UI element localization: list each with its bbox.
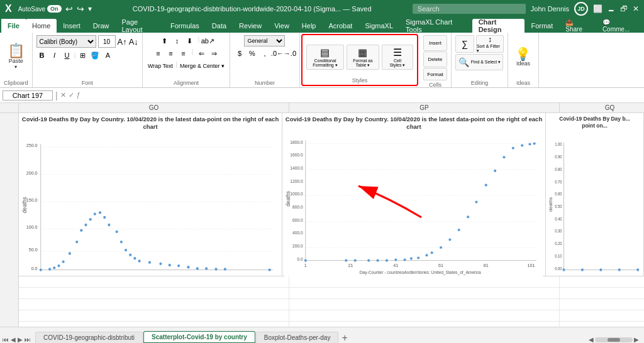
tab-page-layout[interactable]: Page Layout — [115, 19, 164, 33]
empty-cell-4-go[interactable] — [19, 310, 289, 321]
empty-cell-2-gp[interactable] — [289, 288, 560, 298]
left-align-button[interactable]: ≡ — [152, 48, 164, 59]
tab-chart-design[interactable]: Chart Design — [472, 19, 525, 33]
minimize-icon[interactable]: 🗕 — [608, 4, 615, 13]
empty-cell-3-gp[interactable] — [289, 299, 560, 310]
sheet-tab-boxplot[interactable]: Boxplot-Deaths-per-day — [256, 332, 339, 343]
chart-partial[interactable]: Covid-19 Deaths By Day b...point on... 1… — [546, 113, 644, 276]
top-align-button[interactable]: ⬆ — [158, 35, 170, 46]
font-size-input[interactable] — [98, 35, 116, 48]
tab-format[interactable]: Format — [525, 19, 559, 33]
cell-reference-input[interactable] — [3, 90, 53, 101]
empty-row-4[interactable] — [19, 310, 644, 322]
tab-help[interactable]: Help — [296, 19, 323, 33]
horizontal-scrollbar[interactable]: ◀ ▶ — [589, 336, 639, 343]
ideas-button[interactable]: 💡 Ideas — [512, 46, 535, 68]
formula-insert-icon[interactable]: ƒ — [77, 91, 80, 99]
empty-row-5[interactable] — [19, 322, 644, 327]
middle-align-button[interactable]: ↕ — [171, 35, 182, 46]
percent-button[interactable]: % — [247, 48, 258, 59]
sheet-tab-covid19[interactable]: COVID-19-geographic-disbtributi — [35, 332, 143, 343]
undo-icon[interactable]: ↩ — [65, 4, 73, 14]
center-align-button[interactable]: ≡ — [165, 48, 176, 59]
conditional-formatting-button[interactable]: ▤ Conditional Formatting ▾ — [306, 45, 344, 70]
empty-row-3[interactable] — [19, 299, 644, 310]
italic-button[interactable]: I — [49, 50, 60, 61]
format-table-button[interactable]: ▦ Format as Table ▾ — [347, 45, 379, 70]
chart-china[interactable]: Covid-19 Deaths By Day by Country. 10/04… — [19, 113, 282, 276]
tab-home[interactable]: Home — [26, 19, 57, 33]
insert-button[interactable]: Insert — [423, 35, 447, 51]
paste-dropdown-icon[interactable]: ▾ — [14, 64, 17, 70]
decrease-decimal-button[interactable]: .0← — [272, 48, 283, 59]
first-sheet-icon[interactable]: ⏮ — [3, 336, 9, 343]
tab-view[interactable]: View — [268, 19, 296, 33]
indent-decrease-button[interactable]: ⇐ — [196, 48, 207, 59]
tab-sigmaxl-chart-tools[interactable]: SigmaXL Chart Tools — [399, 19, 472, 33]
tab-data[interactable]: Data — [206, 19, 233, 33]
font-name-select[interactable]: Calibri (Body) — [36, 35, 96, 48]
tab-sigmaxl[interactable]: SigmaXL — [358, 19, 399, 33]
format-button[interactable]: Format — [423, 68, 447, 80]
search-input[interactable] — [413, 4, 526, 14]
formula-input[interactable] — [83, 92, 641, 99]
empty-row-1[interactable] — [19, 276, 644, 288]
currency-button[interactable]: $ — [234, 48, 245, 59]
ribbon-toggle-icon[interactable]: ⬜ — [593, 4, 602, 13]
bottom-align-button[interactable]: ⬇ — [184, 35, 195, 46]
formula-cancel-icon[interactable]: ✕ — [60, 91, 66, 99]
autosave-state[interactable]: On — [47, 5, 62, 13]
cell-styles-button[interactable]: ☰ Cell Styles ▾ — [382, 45, 413, 70]
increase-decimal-button[interactable]: →.0 — [284, 48, 296, 59]
sum-button[interactable]: ∑ — [455, 35, 474, 53]
empty-cell-2-gq[interactable] — [560, 288, 644, 298]
increase-font-icon[interactable]: A↑ — [118, 37, 127, 46]
fill-color-button[interactable]: 🪣 — [89, 50, 101, 61]
sheet-tab-scatterplot[interactable]: Scatterplot-Covid-19 by country — [143, 331, 255, 343]
font-color-button[interactable]: A — [102, 50, 113, 61]
tab-review[interactable]: Review — [233, 19, 268, 33]
empty-cell-3-gq[interactable] — [560, 299, 644, 310]
empty-cell-5-gp[interactable] — [289, 322, 560, 327]
decrease-font-icon[interactable]: A↓ — [129, 37, 138, 46]
tab-draw[interactable]: Draw — [87, 19, 116, 33]
maximize-icon[interactable]: 🗗 — [620, 4, 628, 13]
empty-cell-4-gq[interactable] — [560, 310, 644, 321]
add-sheet-button[interactable]: + — [341, 333, 347, 343]
empty-cell-gq[interactable] — [560, 276, 644, 287]
close-icon[interactable]: ✕ — [633, 4, 639, 13]
tab-file[interactable]: File — [1, 19, 26, 33]
empty-cell-5-go[interactable] — [19, 322, 289, 327]
prev-sheet-icon[interactable]: ◀ — [11, 336, 16, 343]
empty-row-2[interactable] — [19, 288, 644, 299]
tab-acrobat[interactable]: Acrobat — [322, 19, 358, 33]
last-sheet-icon[interactable]: ⏭ — [25, 336, 31, 343]
right-align-button[interactable]: ≡ — [177, 48, 189, 59]
wrap-text-button[interactable]: Wrap Text — [147, 60, 174, 72]
delete-button[interactable]: Delete — [423, 52, 447, 67]
tab-formulas[interactable]: Formulas — [164, 19, 206, 33]
find-select-button[interactable]: 🔍 Find & Select ▾ — [455, 54, 503, 70]
comma-button[interactable]: , — [259, 48, 270, 59]
merge-center-button[interactable]: Merge & Center ▾ — [179, 60, 226, 72]
empty-cell-4-gp[interactable] — [289, 310, 560, 321]
orientation-button[interactable]: ab↗ — [202, 35, 213, 46]
underline-button[interactable]: U — [62, 50, 73, 61]
chart-usa[interactable]: Covid-19 Deaths By Day by Country. 10/04… — [282, 113, 546, 276]
sort-filter-button[interactable]: ↕ Sort & Filter ▾ — [476, 35, 504, 53]
number-format-select[interactable]: General — [244, 35, 285, 46]
next-sheet-icon[interactable]: ▶ — [18, 336, 23, 343]
bold-button[interactable]: B — [36, 50, 48, 61]
paste-button[interactable]: 📋 Paste ▾ — [4, 42, 28, 72]
indent-increase-button[interactable]: ⇒ — [208, 48, 219, 59]
formula-confirm-icon[interactable]: ✓ — [69, 91, 74, 99]
tab-insert[interactable]: Insert — [57, 19, 87, 33]
comments-btn[interactable]: 💬 Comme... — [596, 19, 643, 33]
empty-cell-5-gq[interactable] — [560, 322, 644, 327]
redo-icon[interactable]: ↪ — [77, 4, 84, 14]
border-button[interactable]: ⊞ — [77, 50, 88, 61]
empty-cell-go[interactable] — [19, 276, 289, 287]
share-btn[interactable]: 📤 Share — [559, 19, 596, 33]
empty-cell-3-go[interactable] — [19, 299, 289, 310]
autosave-toggle[interactable]: AutoSave On — [18, 5, 62, 13]
